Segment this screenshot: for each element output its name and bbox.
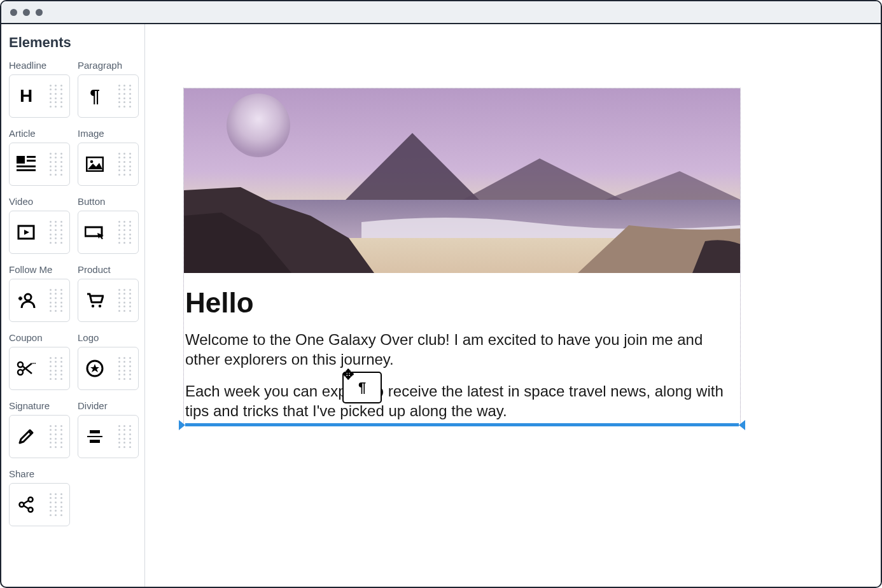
svg-point-19 [34,363,36,364]
drop-cap-right [739,420,745,430]
scissors-icon [15,361,38,376]
drag-handle-icon[interactable] [116,83,133,109]
svg-point-18 [32,363,34,364]
app-body: Elements Headline H Paragraph ¶ [1,24,881,587]
content-heading[interactable]: Hello [185,287,739,319]
svg-rect-24 [90,440,100,443]
svg-point-9 [25,294,31,300]
pilcrow-icon: ¶ [358,379,366,396]
element-tile-logo[interactable] [78,347,139,390]
headline-icon: H [15,86,38,106]
dragging-element-ghost[interactable]: ✥ ¶ [342,372,382,403]
svg-line-29 [24,506,29,509]
element-follow-me: Follow Me [9,264,70,322]
svg-rect-4 [27,160,36,162]
drag-handle-icon[interactable] [48,492,64,517]
window-minimize-dot[interactable] [23,9,30,16]
element-coupon: Coupon [9,332,70,390]
svg-rect-22 [90,430,100,433]
video-icon [15,225,38,240]
sidebar-title: Elements [9,34,137,51]
element-image: Image [78,128,139,186]
drag-handle-icon[interactable] [48,151,64,177]
drag-handle-icon[interactable] [116,220,133,245]
drag-handle-icon[interactable] [48,424,64,449]
share-icon [15,496,38,514]
element-tile-product[interactable] [78,279,139,322]
drop-cap-left [179,420,185,430]
element-headline: Headline H [9,60,70,118]
image-icon [83,157,106,172]
element-tile-video[interactable] [9,211,70,254]
content-paragraph-2[interactable]: Each week you can expect to receive the … [185,382,739,421]
element-label: Headline [9,60,70,71]
star-badge-icon [83,359,106,378]
drag-handle-icon[interactable] [48,356,64,381]
window-close-dot[interactable] [10,9,17,16]
element-tile-coupon[interactable] [9,347,70,390]
element-paragraph: Paragraph ¶ [78,60,139,118]
element-tile-paragraph[interactable]: ¶ [78,74,139,118]
button-icon [83,225,106,239]
drag-handle-icon[interactable] [116,288,133,313]
editor-canvas[interactable]: Hello Welcome to the One Galaxy Over clu… [145,24,881,587]
svg-point-6 [90,160,94,164]
elements-sidebar: Elements Headline H Paragraph ¶ [1,24,145,587]
drag-handle-icon[interactable] [116,151,133,177]
element-label: Article [9,128,70,139]
drag-handle-icon[interactable] [48,83,64,109]
element-tile-headline[interactable]: H [9,74,70,118]
element-share: Share [9,468,70,526]
element-label: Signature [9,400,70,411]
app-window: Elements Headline H Paragraph ¶ [0,0,882,588]
follow-me-icon [15,292,38,309]
drop-line [185,423,739,426]
drag-handle-icon[interactable] [116,424,133,449]
element-tile-image[interactable] [78,143,139,186]
element-divider: Divider [78,400,139,458]
element-video: Video [9,196,70,254]
element-tile-follow-me[interactable] [9,279,70,322]
pilcrow-icon: ¶ [83,86,106,106]
element-product: Product [78,264,139,322]
move-icon: ✥ [342,367,354,383]
element-label: Video [9,196,70,207]
drag-handle-icon[interactable] [48,220,64,245]
pen-icon [15,428,38,445]
svg-rect-2 [17,169,36,171]
hero-image [184,88,740,273]
element-label: Paragraph [78,60,139,71]
element-label: Share [9,468,70,479]
element-label: Logo [78,332,139,343]
element-tile-button[interactable] [78,211,139,254]
element-label: Image [78,128,139,139]
element-label: Divider [78,400,139,411]
element-logo: Logo [78,332,139,390]
svg-line-28 [24,501,29,504]
svg-point-12 [92,305,94,307]
element-tile-share[interactable] [9,483,70,526]
content-paragraph-1[interactable]: Welcome to the One Galaxy Over club! I a… [185,330,739,369]
divider-icon [83,429,106,444]
element-label: Product [78,264,139,275]
svg-rect-1 [17,165,36,167]
element-article: Article [9,128,70,186]
title-bar [1,1,881,24]
content-area[interactable]: Hello Welcome to the One Galaxy Over clu… [184,273,740,425]
element-label: Button [78,196,139,207]
drag-handle-icon[interactable] [116,356,133,381]
svg-rect-0 [17,156,25,164]
svg-point-31 [227,94,290,157]
window-zoom-dot[interactable] [36,9,43,16]
drop-indicator [179,423,745,428]
element-tile-divider[interactable] [78,415,139,458]
elements-grid: Headline H Paragraph ¶ Article [9,60,137,526]
drag-handle-icon[interactable] [48,288,64,313]
svg-point-13 [99,305,101,307]
element-tile-signature[interactable] [9,415,70,458]
email-content-block[interactable]: Hello Welcome to the One Galaxy Over clu… [183,88,741,426]
cart-icon [83,292,106,309]
element-tile-article[interactable] [9,143,70,186]
svg-rect-3 [27,156,36,158]
element-label: Coupon [9,332,70,343]
